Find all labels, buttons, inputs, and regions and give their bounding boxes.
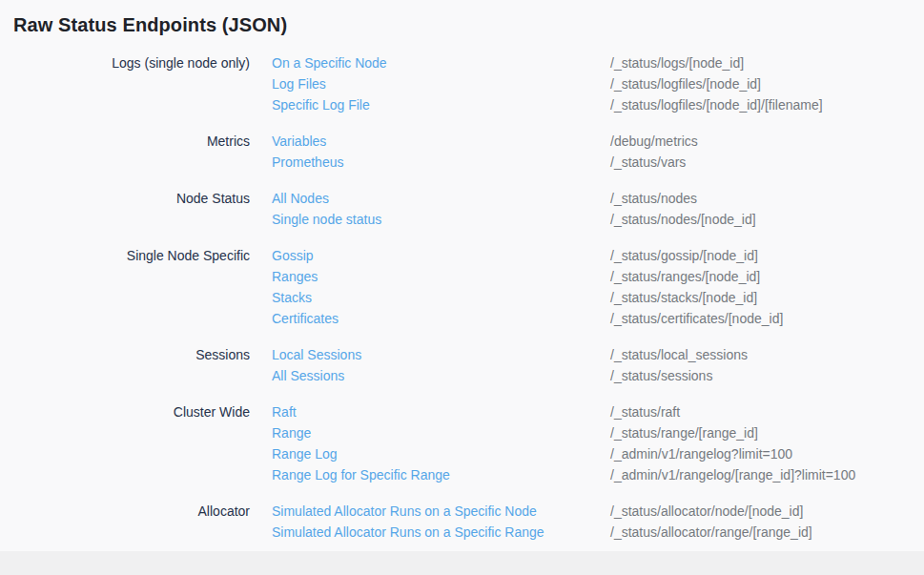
endpoint-link[interactable]: Prometheus	[272, 152, 343, 173]
endpoint-link[interactable]: All Nodes	[272, 188, 329, 209]
category-label: Sessions	[13, 344, 250, 365]
endpoint-link[interactable]: Range Log	[272, 443, 338, 464]
endpoint-path: /_status/logfiles/[node_id]	[610, 73, 924, 94]
endpoint-path: /_status/logfiles/[node_id]/[filename]	[610, 94, 924, 115]
endpoint-row: Single node status /_status/nodes/[node_…	[13, 209, 924, 230]
endpoint-link[interactable]: Simulated Allocator Runs on a Specific N…	[272, 501, 537, 522]
endpoint-link[interactable]: Log Files	[272, 73, 326, 94]
endpoint-row: Simulated Allocator Runs on a Specific R…	[13, 522, 924, 543]
category-label	[13, 422, 250, 443]
category-label	[13, 94, 250, 115]
endpoint-path: /_status/ranges/[node_id]	[610, 266, 924, 287]
endpoint-row: Cluster Wide Raft /_status/raft	[13, 401, 924, 422]
endpoint-row: Node Status All Nodes /_status/nodes	[13, 188, 924, 209]
endpoint-link[interactable]: Range	[272, 422, 311, 443]
endpoint-row: Certificates /_status/certificates/[node…	[13, 308, 924, 329]
category-label	[13, 308, 250, 329]
category-label: Allocator	[13, 501, 250, 522]
endpoint-path: /_status/range/[range_id]	[610, 422, 924, 443]
category-label: Single Node Specific	[13, 245, 250, 266]
endpoint-link[interactable]: Range Log for Specific Range	[272, 464, 450, 485]
endpoint-link[interactable]: Single node status	[272, 209, 381, 230]
endpoint-row: Specific Log File /_status/logfiles/[nod…	[13, 94, 924, 115]
endpoint-path: /_status/nodes/[node_id]	[610, 209, 924, 230]
category-label	[13, 152, 250, 173]
endpoint-link[interactable]: Specific Log File	[272, 94, 370, 115]
category-label	[13, 209, 250, 230]
endpoint-path: /_status/allocator/node/[node_id]	[610, 501, 924, 522]
endpoint-row: Sessions Local Sessions /_status/local_s…	[13, 344, 924, 365]
endpoint-link[interactable]: Certificates	[272, 308, 339, 329]
endpoint-path: /debug/metrics	[610, 131, 924, 152]
category-label: Node Status	[13, 188, 250, 209]
page-title: Raw Status Endpoints (JSON)	[13, 11, 924, 38]
endpoint-link[interactable]: Ranges	[272, 266, 318, 287]
endpoint-row: Allocator Simulated Allocator Runs on a …	[13, 501, 924, 522]
endpoint-row: Range Log /_admin/v1/rangelog?limit=100	[13, 443, 924, 464]
endpoint-row: Stacks /_status/stacks/[node_id]	[13, 287, 924, 308]
endpoint-link[interactable]: Raft	[272, 401, 297, 422]
endpoint-link[interactable]: Stacks	[272, 287, 312, 308]
category-label: Metrics	[13, 131, 250, 152]
endpoint-link[interactable]: Gossip	[272, 245, 314, 266]
endpoint-path: /_status/nodes	[610, 188, 924, 209]
endpoint-row: Range /_status/range/[range_id]	[13, 422, 924, 443]
category-label	[13, 266, 250, 287]
endpoint-path: /_status/local_sessions	[610, 344, 924, 365]
endpoint-path: /_status/sessions	[610, 365, 924, 386]
footer-band	[0, 551, 924, 575]
endpoint-link[interactable]: All Sessions	[272, 365, 344, 386]
category-label	[13, 522, 250, 543]
endpoint-link[interactable]: On a Specific Node	[272, 52, 387, 73]
category-label	[13, 464, 250, 485]
endpoint-path: /_status/gossip/[node_id]	[610, 245, 924, 266]
raw-status-endpoints-page: Raw Status Endpoints (JSON) Logs (single…	[0, 0, 924, 543]
endpoint-table: Logs (single node only) On a Specific No…	[13, 52, 924, 543]
endpoint-path: /_status/certificates/[node_id]	[610, 308, 924, 329]
endpoint-link[interactable]: Local Sessions	[272, 344, 361, 365]
endpoint-row: Range Log for Specific Range /_admin/v1/…	[13, 464, 924, 485]
endpoint-row: Ranges /_status/ranges/[node_id]	[13, 266, 924, 287]
category-label	[13, 443, 250, 464]
endpoint-path: /_status/allocator/range/[range_id]	[610, 522, 924, 543]
endpoint-path: /_status/raft	[610, 401, 924, 422]
endpoint-path: /_status/vars	[610, 152, 924, 173]
category-label: Cluster Wide	[13, 401, 250, 422]
endpoint-row: All Sessions /_status/sessions	[13, 365, 924, 386]
endpoint-path: /_admin/v1/rangelog/[range_id]?limit=100	[610, 464, 924, 485]
endpoint-path: /_admin/v1/rangelog?limit=100	[610, 443, 924, 464]
category-label	[13, 73, 250, 94]
endpoint-link[interactable]: Simulated Allocator Runs on a Specific R…	[272, 522, 544, 543]
endpoint-row: Log Files /_status/logfiles/[node_id]	[13, 73, 924, 94]
endpoint-row: Single Node Specific Gossip /_status/gos…	[13, 245, 924, 266]
endpoint-path: /_status/logs/[node_id]	[610, 52, 924, 73]
endpoint-row: Prometheus /_status/vars	[13, 152, 924, 173]
endpoint-path: /_status/stacks/[node_id]	[610, 287, 924, 308]
category-label	[13, 365, 250, 386]
category-label: Logs (single node only)	[13, 52, 250, 73]
endpoint-link[interactable]: Variables	[272, 131, 326, 152]
endpoint-row: Metrics Variables /debug/metrics	[13, 131, 924, 152]
endpoint-row: Logs (single node only) On a Specific No…	[13, 52, 924, 73]
category-label	[13, 287, 250, 308]
